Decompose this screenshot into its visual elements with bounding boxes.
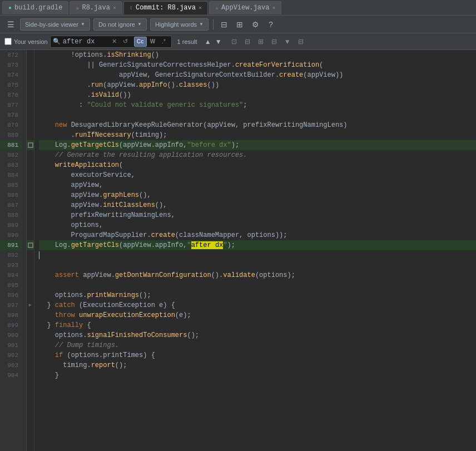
search-extra-buttons: ⊡ ⊟ ⊞ ⊟ ▼ ⊟ (228, 36, 307, 48)
line-num-885: 885 (0, 180, 22, 190)
dropdown-arrow-icon: ▼ (199, 22, 204, 27)
tab-r8-java[interactable]: ☕ R8.java ✕ (70, 1, 122, 14)
line-num-890: 890 (0, 230, 22, 240)
line-num-903: 903 (0, 360, 22, 370)
layout-icon[interactable]: ⊞ (234, 18, 246, 31)
gutter-897[interactable]: ▶ (27, 300, 34, 310)
open-in-editor-icon[interactable]: ⊡ (228, 36, 240, 48)
prev-result-button[interactable]: ▲ (203, 37, 213, 47)
tab-appview-java[interactable]: ☕ AppView.java ✕ (209, 1, 281, 14)
gutter-900 (27, 330, 34, 340)
code-line-876: .isValid()) (39, 90, 476, 100)
tab-label: AppView.java (221, 4, 269, 12)
code-line-899: } finally { (39, 320, 476, 330)
gutter-875 (27, 80, 34, 90)
tab-label: Commit: R8.java (136, 4, 196, 12)
gutter-891[interactable] (27, 240, 34, 250)
line-num-891: 891 (0, 240, 22, 250)
gutter-893 (27, 260, 34, 270)
gutter-902 (27, 350, 34, 360)
tab-commit-r8[interactable]: ↕ Commit: R8.java ✕ (123, 1, 208, 14)
line-num-884: 884 (0, 170, 22, 180)
search-wrapper: 🔍 ✕ ↺ Cc W .* (50, 36, 172, 48)
gutter-904 (27, 370, 34, 380)
gutter-888 (27, 210, 34, 220)
code-line-893 (39, 260, 476, 270)
whole-word-button[interactable]: W (148, 37, 158, 47)
line-num-876: 876 (0, 90, 22, 100)
code-area[interactable]: 872 873 874 875 876 877 878 879 880 881 … (0, 50, 476, 451)
close-icon[interactable]: ✕ (113, 4, 116, 11)
filter-icon[interactable]: ⊟ (218, 18, 230, 31)
your-version-checkbox-label[interactable]: Your version (4, 38, 48, 45)
code-line-874: appView, GenericSignatureContextBuilder.… (39, 70, 476, 80)
line-num-892: 892 (0, 250, 22, 260)
ignore-label: Do not ignore (98, 21, 135, 28)
gutter-884 (27, 170, 34, 180)
code-line-875: .run(appView.appInfo().classes()) (39, 80, 476, 90)
gutter-874 (27, 70, 34, 80)
tab-build-gradle[interactable]: ● build.gradle (2, 1, 68, 14)
highlight-words-button[interactable]: Highlight words ▼ (150, 18, 209, 31)
case-sensitive-button[interactable]: Cc (134, 37, 147, 47)
line-num-900: 900 (0, 330, 22, 340)
line-num-886: 886 (0, 190, 22, 200)
line-num-878: 878 (0, 110, 22, 120)
menu-icon[interactable]: ☰ (4, 18, 17, 31)
java-icon: ☕ (76, 4, 79, 11)
gutter-894 (27, 270, 34, 280)
filter-icon-btn[interactable]: ⊟ (295, 36, 307, 48)
close-search-button[interactable]: ▼ (281, 36, 294, 48)
line-num-901: 901 (0, 340, 22, 350)
highlight-label: Highlight words (155, 21, 197, 28)
code-line-904: } (39, 370, 476, 380)
collapse-icon[interactable]: ⊞ (255, 36, 267, 48)
gutter-890 (27, 230, 34, 240)
filter-results-icon[interactable]: ⊟ (268, 36, 280, 48)
sync-icon[interactable]: ↺ (121, 37, 131, 47)
code-line-896: options.printWarnings(); (39, 290, 476, 300)
line-num-880: 880 (0, 130, 22, 140)
gutter-881[interactable] (27, 140, 34, 150)
close-icon[interactable]: ✕ (272, 4, 275, 11)
code-line-889: options, (39, 220, 476, 230)
close-icon[interactable]: ✕ (199, 4, 202, 11)
code-line-878 (39, 110, 476, 120)
viewer-mode-button[interactable]: Side-by-side viewer ▼ (20, 18, 90, 31)
line-num-889: 889 (0, 220, 22, 230)
checkbox-icon-881 (28, 142, 33, 148)
tab-bar: ● build.gradle ☕ R8.java ✕ ↕ Commit: R8.… (0, 0, 476, 16)
search-bar: Your version 🔍 ✕ ↺ Cc W .* 1 result ▲ ▼ … (0, 33, 476, 50)
viewer-label: Side-by-side viewer (25, 21, 78, 28)
gutter-885 (27, 180, 34, 190)
code-line-903: timing.report(); (39, 360, 476, 370)
code-line-873: || GenericSignatureCorrectnessHelper.cre… (39, 60, 476, 70)
code-line-881: Log.getTargetCls(appView.appInfo,"before… (39, 140, 476, 150)
search-magnifier-icon: 🔍 (53, 38, 61, 45)
your-version-checkbox[interactable] (4, 38, 12, 45)
line-num-883: 883 (0, 160, 22, 170)
line-num-898: 898 (0, 310, 22, 320)
gutter-882 (27, 150, 34, 160)
next-result-button[interactable]: ▼ (214, 37, 224, 47)
code-line-891: Log.getTargetCls(appView.appInfo,"after … (39, 240, 476, 250)
expand-icon[interactable]: ⊟ (241, 36, 254, 48)
gutter-898 (27, 310, 34, 320)
line-num-899: 899 (0, 320, 22, 330)
result-count: 1 result (174, 38, 201, 45)
line-num-879: 879 (0, 120, 22, 130)
gutter-886 (27, 190, 34, 200)
line-num-874: 874 (0, 70, 22, 80)
search-input[interactable] (63, 38, 107, 46)
ignore-button[interactable]: Do not ignore ▼ (93, 18, 147, 31)
help-icon[interactable]: ? (265, 18, 277, 31)
gutter-901 (27, 340, 34, 350)
gutter: ▶ (27, 50, 34, 451)
code-line-883: writeApplication( (39, 160, 476, 170)
line-num-888: 888 (0, 210, 22, 220)
settings-icon[interactable]: ⚙ (249, 18, 261, 31)
regex-button[interactable]: .* (159, 37, 169, 47)
line-num-893: 893 (0, 260, 22, 270)
clear-search-button[interactable]: ✕ (110, 37, 120, 47)
code-line-887: appView.initClassLens(), (39, 200, 476, 210)
